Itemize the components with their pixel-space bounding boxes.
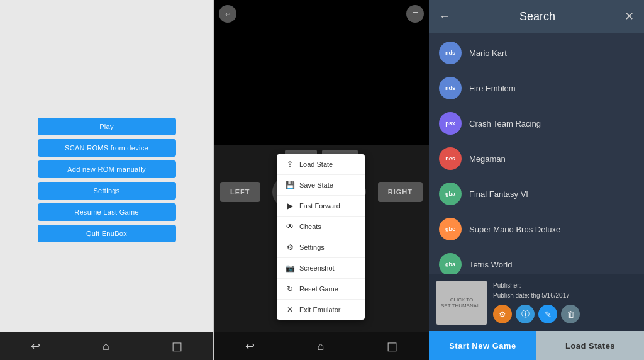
resume-button[interactable]: Resume Last Game (38, 203, 176, 221)
game-info: Publisher: Publish date: thg 5/16/2017 ⚙… (493, 281, 636, 323)
emu-home-icon[interactable]: ⌂ (318, 340, 325, 353)
crash-name: Crash Team Racing (469, 119, 541, 128)
ctx-load-state-label: Load State (299, 160, 333, 168)
game-item-final-fantasy[interactable]: gba Final Fantasy VI (429, 176, 644, 211)
smb-name: Super Mario Bros Deluxe (469, 225, 560, 234)
emu-recents-icon[interactable]: ◫ (387, 339, 397, 353)
ctx-save-state-label: Save State (299, 181, 333, 189)
tetris-badge: gba (439, 253, 462, 274)
ctx-reset-label: Reset Game (299, 285, 338, 293)
tetris-name: Tetris World (469, 260, 512, 269)
ctx-screenshot[interactable]: 📷 Screenshot (277, 258, 365, 279)
ctx-cheats-label: Cheats (299, 223, 321, 230)
game-item-tetris-world[interactable]: gba Tetris World (429, 247, 644, 274)
final-fantasy-name: Final Fantasy VI (469, 189, 528, 199)
final-fantasy-badge: gba (439, 183, 462, 205)
emulator-nav-bar: ↩ ⌂ ◫ (214, 332, 429, 360)
ctx-load-state[interactable]: ⇪ Load State (277, 154, 365, 175)
save-state-icon: 💾 (286, 181, 294, 189)
game-item-crash-team-racing[interactable]: psx Crash Team Racing (429, 106, 644, 141)
info-action-icon[interactable]: ⓘ (516, 305, 535, 323)
game-item-mario-kart[interactable]: nds Mario Kart (429, 35, 644, 70)
ctx-screenshot-label: Screenshot (299, 264, 335, 272)
right-button[interactable]: RIGHT (378, 182, 423, 202)
ctx-settings[interactable]: ⚙ Settings (277, 237, 365, 258)
settings-icon: ⚙ (286, 243, 294, 252)
screenshot-icon: 📷 (286, 264, 294, 273)
play-button[interactable]: Play (38, 118, 176, 135)
ctx-fast-forward-label: Fast Forward (299, 202, 340, 210)
mario-kart-name: Mario Kart (469, 48, 507, 58)
main-menu-panel: Play SCAN ROMS from device Add new ROM m… (0, 0, 214, 360)
ctx-reset-game[interactable]: ↻ Reset Game (277, 279, 365, 300)
ctx-exit-label: Exit Emulator (299, 306, 340, 313)
menu-button-list: Play SCAN ROMS from device Add new ROM m… (38, 118, 176, 242)
exit-icon: ✕ (286, 305, 294, 314)
load-state-icon: ⇪ (286, 160, 294, 169)
publisher-label: Publisher: (493, 281, 636, 291)
left-button[interactable]: LEFT (220, 182, 260, 202)
screen-corner-left[interactable]: ↩ (219, 5, 236, 23)
delete-action-icon[interactable]: 🗑 (561, 305, 580, 323)
ctx-fast-forward[interactable]: ▶ Fast Forward (277, 196, 365, 217)
close-icon[interactable]: ✕ (625, 9, 634, 23)
add-rom-button[interactable]: Add new ROM manually (38, 160, 176, 178)
reset-icon: ↻ (286, 284, 294, 293)
main-nav-bar: ↩ ⌂ ◫ (0, 332, 213, 360)
game-item-megaman[interactable]: nes Megaman (429, 141, 644, 176)
game-list: nds Mario Kart nds Fire Emblem psx Crash… (429, 33, 644, 274)
crash-badge: psx (439, 112, 462, 135)
back-icon[interactable]: ← (439, 10, 450, 23)
scan-roms-button[interactable]: SCAN ROMS from device (38, 139, 176, 157)
emulator-screen: ↩ ☰ (214, 0, 429, 145)
settings-button[interactable]: Settings (38, 182, 176, 200)
megaman-name: Megaman (469, 154, 506, 164)
context-menu: ⇪ Load State 💾 Save State ▶ Fast Forward… (277, 154, 365, 320)
search-title: Search (458, 10, 617, 23)
selected-game-detail: CLICK TO SET THUMBNAIL. Publisher: Publi… (429, 274, 644, 331)
back-nav-icon[interactable]: ↩ (31, 339, 40, 353)
home-nav-icon[interactable]: ⌂ (103, 340, 109, 353)
load-states-button[interactable]: Load States (536, 331, 644, 360)
thumbnail-placeholder[interactable]: CLICK TO SET THUMBNAIL. (436, 281, 487, 325)
start-new-game-button[interactable]: Start New Game (429, 331, 536, 360)
ctx-save-state[interactable]: 💾 Save State (277, 175, 365, 196)
screen-corner-right[interactable]: ☰ (406, 5, 424, 23)
fast-forward-icon: ▶ (286, 201, 294, 210)
cheats-icon: 👁 (286, 222, 294, 231)
fire-emblem-name: Fire Emblem (469, 84, 516, 93)
emulator-panel: ↩ ☰ START SELECT LEFT X A B RIGHT (214, 0, 429, 360)
search-panel: ← Search ✕ nds Mario Kart nds Fire Emble… (429, 0, 644, 360)
emu-back-icon[interactable]: ↩ (245, 339, 255, 353)
fire-emblem-badge: nds (439, 77, 462, 99)
search-header: ← Search ✕ (429, 0, 644, 33)
smb-badge: gbc (439, 218, 462, 240)
search-footer: Start New Game Load States (429, 331, 644, 360)
recents-nav-icon[interactable]: ◫ (172, 339, 182, 353)
edit-action-icon[interactable]: ✎ (538, 305, 557, 323)
action-icons-row: ⚙ ⓘ ✎ 🗑 (493, 305, 636, 323)
game-item-super-mario-bros[interactable]: gbc Super Mario Bros Deluxe (429, 211, 644, 247)
game-item-fire-emblem[interactable]: nds Fire Emblem (429, 70, 644, 106)
megaman-badge: nes (439, 147, 462, 170)
ctx-settings-label: Settings (299, 244, 325, 251)
mario-kart-badge: nds (439, 42, 462, 64)
publish-date: Publish date: thg 5/16/2017 (493, 291, 636, 301)
ctx-exit[interactable]: ✕ Exit Emulator (277, 300, 365, 320)
ctx-cheats[interactable]: 👁 Cheats (277, 217, 365, 237)
gear-action-icon[interactable]: ⚙ (493, 305, 512, 323)
quit-button[interactable]: Quit EnuBox (38, 225, 176, 242)
